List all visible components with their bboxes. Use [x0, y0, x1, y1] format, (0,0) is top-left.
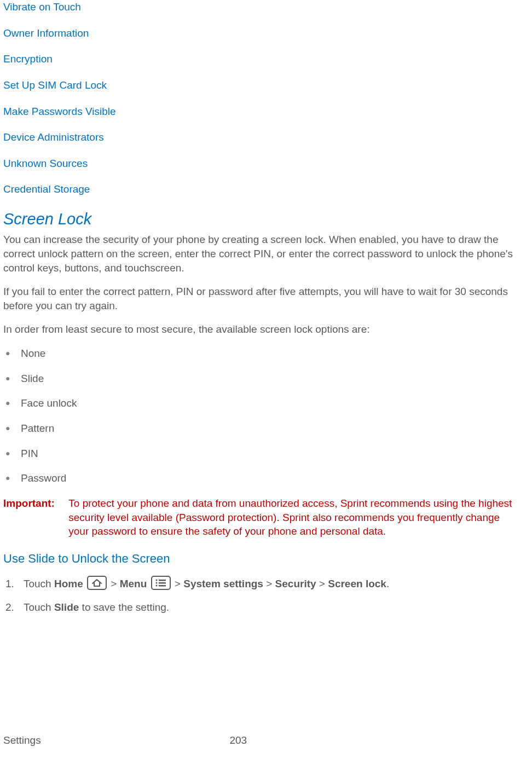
step1-menu: Menu [120, 578, 147, 589]
link-vibrate-on-touch[interactable]: Vibrate on Touch [3, 0, 529, 14]
important-note: Important: To protect your phone and dat… [3, 496, 529, 539]
svg-rect-1 [159, 580, 166, 581]
footer-page-number: 203 [0, 733, 485, 748]
step1-security: Security [275, 578, 316, 589]
important-text: To protect your phone and data from unau… [68, 496, 523, 539]
paragraph-2: If you fail to enter the correct pattern… [3, 285, 529, 312]
link-set-up-sim-card-lock[interactable]: Set Up SIM Card Lock [3, 78, 529, 92]
list-item: Pattern [21, 421, 529, 436]
step1-period: . [386, 578, 389, 589]
svg-point-2 [155, 582, 157, 583]
step1-gt4: > [316, 578, 328, 589]
step1-system-settings: System settings [183, 578, 263, 589]
home-icon [87, 576, 107, 590]
sub-heading-use-slide: Use Slide to Unlock the Screen [3, 551, 529, 567]
step1-gt3: > [263, 578, 275, 589]
link-device-administrators[interactable]: Device Administrators [3, 130, 529, 144]
svg-point-0 [155, 579, 157, 581]
step1-gt1: > [111, 578, 119, 589]
step2-suffix: to save the setting. [79, 601, 169, 613]
list-item: Password [21, 471, 529, 485]
lock-options-list: None Slide Face unlock Pattern PIN Passw… [3, 346, 529, 485]
step-2: Touch Slide to save the setting. [21, 600, 529, 615]
page-footer: Settings 203 [3, 733, 529, 748]
step2-prefix: Touch [24, 601, 54, 613]
svg-rect-3 [159, 582, 166, 584]
link-encryption[interactable]: Encryption [3, 52, 529, 66]
section-heading-screen-lock: Screen Lock [3, 209, 529, 230]
step1-screen-lock: Screen lock [328, 578, 386, 589]
list-item: Face unlock [21, 396, 529, 410]
step-1: Touch Home > Menu > System settings > Se… [21, 576, 529, 591]
step1-prefix: Touch [24, 578, 54, 589]
svg-rect-5 [159, 585, 166, 587]
list-item: PIN [21, 447, 529, 461]
step2-slide: Slide [54, 601, 79, 613]
link-unknown-sources[interactable]: Unknown Sources [3, 157, 529, 171]
steps-list: Touch Home > Menu > System settings > Se… [3, 576, 529, 615]
important-label: Important: [3, 496, 66, 511]
svg-point-4 [155, 584, 157, 586]
link-credential-storage[interactable]: Credential Storage [3, 182, 529, 196]
paragraph-1: You can increase the security of your ph… [3, 233, 529, 275]
menu-icon [151, 576, 171, 590]
paragraph-3: In order from least secure to most secur… [3, 322, 529, 337]
link-make-passwords-visible[interactable]: Make Passwords Visible [3, 105, 529, 119]
list-item: None [21, 346, 529, 361]
step1-gt2: > [175, 578, 183, 589]
link-owner-information[interactable]: Owner Information [3, 26, 529, 40]
step1-home: Home [54, 578, 83, 589]
list-item: Slide [21, 372, 529, 386]
